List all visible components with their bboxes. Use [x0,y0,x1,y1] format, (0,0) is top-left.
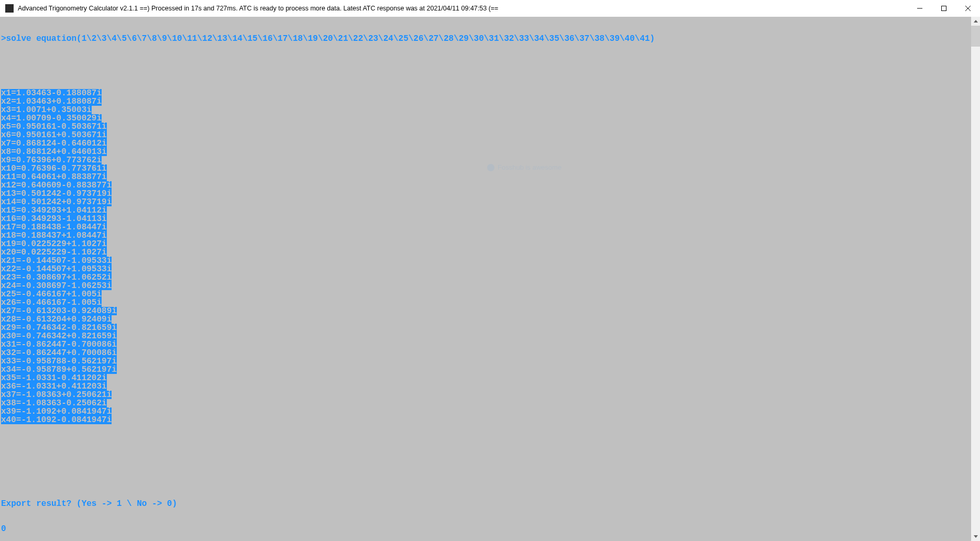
result-line: x40=-1.1092-0.0841947i [1,416,112,424]
blank-line [1,470,971,483]
result-line: x33=-0.958788-0.562197i [1,357,117,366]
result-line: x30=-0.746342+0.821659i [1,332,117,340]
scroll-down-button[interactable] [971,532,980,541]
result-line: x5=0.950161-0.503671i [1,123,107,131]
result-line: x3=1.0071+0.35003i [1,106,92,114]
result-line: x4=1.00709-0.350029i [1,114,102,123]
result-line: x38=-1.08363-0.25062i [1,399,107,407]
result-line: x20=0.0225229-1.1027i [1,248,107,257]
console-output[interactable]: >solve equation(1\2\3\4\5\6\7\8\9\10\11\… [0,17,971,541]
result-line: x10=0.76396-0.773761i [1,164,107,173]
result-line: x39=-1.1092+0.0841947i [1,407,112,416]
maximize-button[interactable] [932,0,956,17]
scrollbar-track[interactable] [971,26,980,532]
result-line: x34=-0.958789+0.562197i [1,366,117,374]
result-line: x35=-1.0331-0.411202i [1,374,107,382]
minimize-icon [917,6,922,11]
result-line: x7=0.868124-0.646012i [1,139,107,148]
result-line: x9=0.76396+0.773762i [1,156,102,164]
result-line: x19=0.0225229+1.1027i [1,240,107,248]
result-line: x36=-1.0331+0.411203i [1,382,107,391]
client-area: >solve equation(1\2\3\4\5\6\7\8\9\10\11\… [0,17,980,541]
result-line: x26=-0.466167-1.005i [1,299,102,307]
close-button[interactable] [956,0,980,17]
window-title: Advanced Trigonometry Calculator v2.1.1 … [18,5,498,12]
result-line: x32=-0.862447+0.700086i [1,349,117,357]
scrollbar-thumb[interactable] [971,26,980,47]
result-line: x18=0.188437+1.08447i [1,231,107,240]
result-line: x23=-0.308697+1.06252i [1,273,112,282]
result-line: x24=-0.308697-1.06253i [1,282,112,290]
result-line: x17=0.188438-1.08447i [1,223,107,231]
titlebar: Advanced Trigonometry Calculator v2.1.1 … [0,0,980,17]
minimize-button[interactable] [908,0,932,17]
result-line: x6=0.950161+0.503671i [1,131,107,139]
result-line: x1=1.03463-0.188087i [1,89,102,97]
result-line: x37=-1.08363+0.250621i [1,391,112,399]
blank-line [1,441,971,454]
maximize-icon [941,6,946,11]
result-line: x11=0.64061+0.883877i [1,173,107,181]
export-answer: 0 [1,525,971,533]
scroll-up-button[interactable] [971,17,980,26]
result-line: x28=-0.613204+0.92409i [1,315,112,324]
results-block: x1=1.03463-0.188087ix2=1.03463+0.188087i… [1,89,971,424]
app-icon [5,4,14,13]
close-icon [965,6,971,11]
result-line: x2=1.03463+0.188087i [1,97,102,106]
result-line: x8=0.868124+0.646013i [1,148,107,156]
result-line: x12=0.640609-0.883877i [1,181,112,190]
result-line: x31=-0.862447-0.700086i [1,340,117,349]
result-line: x21=-0.144507-1.09533i [1,257,112,265]
result-line: x29=-0.746342-0.821659i [1,324,117,332]
result-line: x13=0.501242-0.973719i [1,190,112,198]
result-line: x14=0.501242+0.973719i [1,198,112,206]
blank-line [1,60,971,72]
result-line: x15=0.349293+1.04112i [1,206,107,215]
result-line: x22=-0.144507+1.09533i [1,265,112,273]
svg-rect-1 [942,6,946,11]
command-line: >solve equation(1\2\3\4\5\6\7\8\9\10\11\… [1,35,971,43]
chevron-down-icon [974,535,978,538]
result-line: x27=-0.613203-0.924089i [1,307,117,315]
result-line: x16=0.349293-1.04113i [1,215,107,223]
export-prompt: Export result? (Yes -> 1 \ No -> 0) [1,500,971,508]
chevron-up-icon [974,20,978,23]
vertical-scrollbar[interactable] [971,17,980,541]
result-line: x25=-0.466167+1.005i [1,290,102,299]
